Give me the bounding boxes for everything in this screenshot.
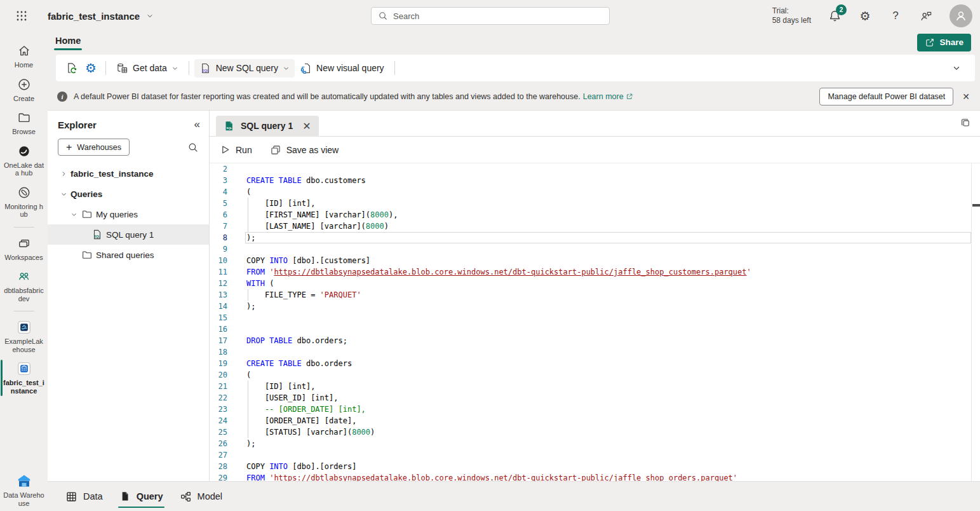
banner-close-icon[interactable]: ✕: [962, 92, 970, 102]
line-code: [241, 163, 246, 175]
tree-item-shared-queries[interactable]: Shared queries: [48, 245, 209, 265]
sql-editor[interactable]: 23CREATE TABLE dbo.customers4(5 [ID] [in…: [210, 163, 980, 481]
main-content: Explorer « + Warehouses fabric_test_inst…: [48, 110, 980, 481]
code-line-14[interactable]: 14);: [210, 301, 971, 312]
nav-item-onelake-data-hub[interactable]: OneLake data hub: [0, 140, 48, 181]
add-warehouses-button[interactable]: + Warehouses: [58, 139, 130, 156]
feedback-icon[interactable]: [919, 9, 933, 23]
line-number: 12: [210, 278, 241, 289]
nav-item-fabric-test-instance[interactable]: fabric_test_instance: [0, 357, 48, 399]
refresh-dataset-button[interactable]: [62, 58, 81, 78]
svg-text:SQL: SQL: [94, 235, 100, 238]
menubar: Home Share: [48, 32, 980, 53]
code-line-25[interactable]: 25 [STATUS] [varchar](8000): [210, 426, 971, 438]
code-line-13[interactable]: 13 FILE_TYPE = 'PARQUET': [210, 289, 971, 301]
tree-item-my-queries[interactable]: My queries: [48, 204, 209, 224]
help-icon[interactable]: ?: [889, 9, 903, 23]
line-code: -- [ORDER_DATE] [int],: [241, 404, 366, 415]
settings-gear-icon-toolbar[interactable]: ⚙︎: [81, 58, 100, 78]
notifications-button[interactable]: 2: [828, 9, 842, 23]
code-line-3[interactable]: 3CREATE TABLE dbo.customers: [210, 175, 971, 186]
query-toolbar: Run Save as view: [210, 137, 980, 163]
tree-item-fabric-test-instance[interactable]: fabric_test_instance: [48, 163, 209, 184]
manage-default-dataset-button[interactable]: Manage default Power BI dataset: [819, 88, 953, 106]
line-code: [241, 449, 246, 461]
view-tab-label: Data: [83, 491, 103, 501]
nav-item-examplelakehouse[interactable]: ExampleLakehouse: [0, 316, 48, 357]
run-button[interactable]: Run: [220, 144, 252, 155]
code-line-27[interactable]: 27: [210, 449, 971, 461]
tree-item-queries[interactable]: Queries: [48, 184, 209, 204]
code-line-5[interactable]: 5 [ID] [int],: [210, 198, 971, 209]
code-line-9[interactable]: 9: [210, 243, 971, 255]
search-input[interactable]: [393, 11, 603, 21]
close-tab-icon[interactable]: ✕: [302, 120, 311, 132]
code-line-6[interactable]: 6 [FIRST_NAME] [varchar](8000),: [210, 209, 971, 221]
tree-item-sql-query-1[interactable]: SQLSQL query 1: [48, 224, 209, 245]
view-tab-data[interactable]: Data: [62, 482, 107, 511]
nav-item-dbtlabsfabricdev[interactable]: dbtlabsfabricdev: [0, 265, 48, 306]
line-number: 22: [210, 392, 241, 404]
code-line-29[interactable]: 29FROM 'https://dbtlabsynapsedatalake.bl…: [210, 472, 971, 481]
copy-icon[interactable]: [960, 118, 971, 129]
dw-icon: [16, 474, 32, 489]
query-tab[interactable]: SQL SQL query 1 ✕: [216, 116, 319, 137]
line-number: 19: [210, 358, 241, 369]
explorer-search-icon[interactable]: [187, 142, 199, 153]
line-number: 29: [210, 472, 241, 481]
chevron-down-icon[interactable]: [68, 211, 79, 218]
learn-more-link[interactable]: Learn more: [583, 92, 633, 101]
code-line-8[interactable]: 8);: [210, 232, 971, 243]
nav-item-label: fabric_test_instance: [3, 379, 45, 395]
toolbar-collapse-chevron-icon[interactable]: [952, 64, 961, 72]
code-line-7[interactable]: 7 [LAST_NAME] [varchar](8000): [210, 221, 971, 232]
editor-overview-ruler[interactable]: [971, 163, 980, 481]
nav-divider: [14, 311, 34, 311]
code-line-4[interactable]: 4(: [210, 186, 971, 198]
code-line-2[interactable]: 2: [210, 163, 971, 175]
settings-gear-icon[interactable]: ⚙︎: [858, 9, 872, 23]
nav-item-monitoring-hub[interactable]: Monitoring hub: [0, 181, 48, 222]
overview-ruler-marker: [972, 204, 980, 207]
toolbar-divider: [189, 61, 189, 75]
code-line-19[interactable]: 19CREATE TABLE dbo.orders: [210, 358, 971, 369]
new-visual-query-button[interactable]: New visual query: [295, 59, 389, 78]
info-banner: i A default Power BI dataset for faster …: [48, 83, 980, 110]
code-line-15[interactable]: 15: [210, 312, 971, 324]
get-data-button[interactable]: Get data: [111, 59, 184, 78]
database-icon: [116, 62, 128, 74]
nav-item-home[interactable]: Home: [0, 39, 48, 73]
code-line-23[interactable]: 23 -- [ORDER_DATE] [int],: [210, 404, 971, 415]
line-code: (: [241, 369, 251, 381]
save-as-view-button[interactable]: Save as view: [270, 144, 339, 156]
code-line-28[interactable]: 28COPY INTO [dbo].[orders]: [210, 461, 971, 472]
view-tab-query[interactable]: Query: [116, 482, 167, 511]
collapse-panel-icon[interactable]: «: [194, 118, 200, 131]
nav-item-data-warehouse[interactable]: Data Warehouse: [0, 470, 48, 511]
code-line-11[interactable]: 11FROM 'https://dbtlabsynapsedatalake.bl…: [210, 266, 971, 278]
chevron-down-icon[interactable]: [58, 191, 69, 198]
code-line-10[interactable]: 10COPY INTO [dbo].[customers]: [210, 255, 971, 266]
account-avatar[interactable]: [950, 4, 972, 27]
code-line-24[interactable]: 24 [ORDER_DATE] [date],: [210, 415, 971, 426]
nav-item-browse[interactable]: Browse: [0, 106, 48, 140]
code-line-17[interactable]: 17DROP TABLE dbo.orders;: [210, 335, 971, 346]
code-line-22[interactable]: 22 [USER_ID] [int],: [210, 392, 971, 404]
workspace-switcher[interactable]: fabric_test_instance: [48, 11, 154, 22]
code-line-12[interactable]: 12WITH (: [210, 278, 971, 289]
code-line-20[interactable]: 20(: [210, 369, 971, 381]
notification-badge: 2: [836, 4, 847, 15]
lakehouse-icon: [16, 320, 32, 335]
code-line-21[interactable]: 21 [ID] [int],: [210, 381, 971, 392]
view-tab-model[interactable]: Model: [176, 482, 227, 511]
code-line-16[interactable]: 16: [210, 324, 971, 335]
new-sql-query-button[interactable]: SQL New SQL query: [194, 59, 295, 78]
nav-item-create[interactable]: Create: [0, 73, 48, 107]
app-launcher-icon[interactable]: [11, 5, 32, 27]
code-line-26[interactable]: 26);: [210, 438, 971, 449]
share-button[interactable]: Share: [917, 34, 971, 51]
chevron-right-icon[interactable]: [58, 170, 69, 177]
nav-item-workspaces[interactable]: Workspaces: [0, 232, 48, 266]
tab-home[interactable]: Home: [53, 34, 83, 51]
code-line-18[interactable]: 18: [210, 346, 971, 358]
